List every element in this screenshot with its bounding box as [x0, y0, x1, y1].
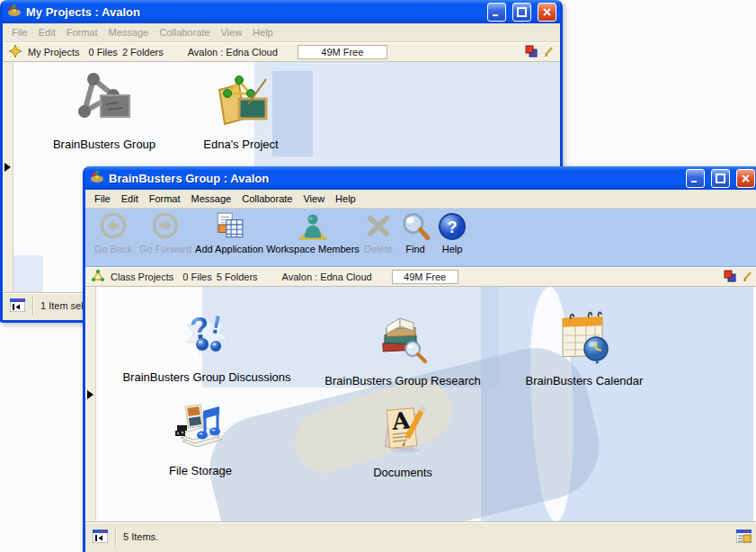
toolbar: Go Back Go Forward Add Application Works…: [85, 209, 756, 267]
pencil-icon[interactable]: [742, 270, 753, 284]
window-title: BrainBusters Group : Avalon: [109, 172, 680, 185]
free-space-meter: 49M Free: [298, 45, 387, 59]
go-back-icon: [98, 212, 129, 243]
maximize-button[interactable]: [512, 3, 531, 22]
window-brainbusters-group: BrainBusters Group : Avalon File Edit Fo…: [83, 166, 756, 552]
workspace-item-ednas-project[interactable]: Edna's Project: [151, 72, 331, 151]
help-icon: ?: [437, 212, 467, 243]
workspace-name: Class Projects: [111, 272, 173, 282]
menu-edit[interactable]: Edit: [33, 25, 61, 40]
tool-item-documents[interactable]: A Documents: [331, 402, 475, 479]
menu-bar: File Edit Format Message Collaborate Vie…: [85, 190, 756, 209]
groove-app-icon: [7, 3, 22, 21]
view-options-icon[interactable]: [736, 530, 752, 545]
research-books-icon: [374, 310, 431, 369]
minimize-button[interactable]: [686, 169, 705, 188]
menu-file[interactable]: File: [89, 191, 116, 206]
panel-splitter[interactable]: [85, 287, 96, 521]
folder-count: 2 Folders: [122, 47, 164, 58]
workspace-members-icon: [298, 212, 328, 243]
file-storage-icon: [172, 398, 229, 459]
menu-message[interactable]: Message: [186, 191, 237, 206]
documents-icon: A: [375, 402, 431, 461]
calendar-icon: [556, 308, 613, 369]
status-bar: 5 Items.: [85, 521, 756, 551]
titlebar-brainbusters[interactable]: BrainBusters Group : Avalon: [85, 166, 756, 190]
menu-bar: File Edit Format Message Collaborate Vie…: [3, 23, 560, 42]
toggle-panel-icon[interactable]: [93, 530, 108, 545]
tool-item-discussions[interactable]: ? ! BrainBusters Group Discussions: [99, 305, 315, 384]
workspace-members-button[interactable]: Workspace Members: [254, 212, 371, 254]
star-icon: [8, 44, 22, 60]
item-label: BrainBusters Calendar: [526, 374, 644, 387]
item-label: Documents: [373, 466, 432, 479]
menu-edit[interactable]: Edit: [116, 191, 144, 206]
item-label: BrainBusters Group Discussions: [122, 370, 290, 384]
network-group-icon: [74, 68, 135, 133]
add-application-icon: [214, 212, 245, 243]
tool-item-file-storage[interactable]: File Storage: [129, 398, 272, 477]
menu-format[interactable]: Format: [61, 25, 103, 40]
item-label: Edna's Project: [203, 138, 278, 151]
account-label: Avalon : Edna Cloud: [282, 272, 372, 282]
toggle-panel-icon[interactable]: [10, 298, 25, 314]
layers-icon[interactable]: [525, 45, 538, 59]
menu-help[interactable]: Help: [247, 25, 279, 40]
workspace-name: My Projects: [28, 47, 79, 58]
menu-collaborate[interactable]: Collaborate: [154, 25, 215, 40]
workspace-triangle-icon: [91, 269, 105, 285]
account-label: Avalon : Edna Cloud: [188, 47, 278, 58]
file-count: 0 Files: [88, 47, 117, 58]
item-label: BrainBusters Group Research: [325, 374, 480, 387]
status-text: 5 Items.: [123, 531, 158, 542]
workspace-info-bar: My Projects 0 Files 2 Folders Avalon : E…: [3, 42, 560, 62]
tool-item-research[interactable]: BrainBusters Group Research: [313, 310, 493, 387]
expand-panel-arrow-icon[interactable]: [4, 163, 11, 172]
pencil-icon[interactable]: [543, 45, 555, 59]
go-forward-icon: [150, 212, 181, 243]
menu-format[interactable]: Format: [144, 191, 186, 206]
free-space-meter: 49M Free: [392, 270, 458, 284]
svg-text:?: ?: [447, 218, 457, 236]
find-button[interactable]: Find: [397, 212, 433, 254]
menu-view[interactable]: View: [298, 191, 330, 206]
maximize-button[interactable]: [711, 169, 730, 188]
delete-icon: [363, 212, 394, 243]
panel-splitter[interactable]: [3, 62, 13, 292]
item-label: BrainBusters Group: [53, 138, 156, 151]
workspace-info-bar: Class Projects 0 Files 5 Folders Avalon …: [85, 267, 756, 287]
help-button[interactable]: ? Help: [434, 212, 470, 254]
layers-icon[interactable]: [724, 270, 736, 284]
find-icon: [400, 212, 431, 243]
class-projects-content: ? ! BrainBusters Group Discussions: [85, 287, 756, 521]
discussions-icon: ? !: [178, 305, 236, 366]
expand-panel-arrow-icon[interactable]: [87, 390, 93, 399]
item-label: File Storage: [169, 464, 232, 477]
minimize-button[interactable]: [487, 3, 506, 22]
menu-collaborate[interactable]: Collaborate: [236, 191, 298, 206]
project-folder-icon: [212, 72, 270, 133]
menu-help[interactable]: Help: [330, 191, 361, 206]
file-count: 0 Files: [182, 272, 211, 282]
titlebar-my-projects[interactable]: My Projects : Avalon: [3, 0, 560, 23]
window-title: My Projects : Avalon: [26, 5, 481, 19]
menu-file[interactable]: File: [6, 25, 33, 40]
groove-app-icon: [90, 169, 104, 187]
tool-item-calendar[interactable]: BrainBusters Calendar: [494, 308, 674, 387]
menu-message[interactable]: Message: [103, 25, 155, 40]
folder-count: 5 Folders: [217, 272, 258, 282]
close-button[interactable]: [736, 169, 755, 188]
close-button[interactable]: [538, 3, 556, 22]
delete-button[interactable]: Delete: [355, 212, 402, 254]
menu-view[interactable]: View: [215, 25, 247, 40]
